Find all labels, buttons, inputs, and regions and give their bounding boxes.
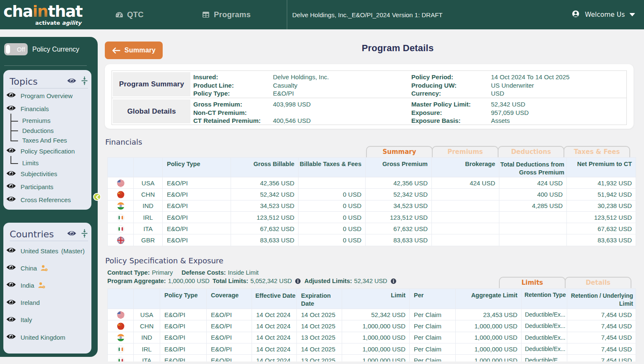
eye-icon[interactable] [6, 281, 16, 289]
eye-icon[interactable] [6, 92, 16, 99]
country-item-ireland[interactable]: Ireland [6, 299, 40, 307]
user-gear-icon [41, 265, 48, 271]
topic-item-program-overview[interactable]: Program Overview [6, 92, 73, 99]
topic-item-deductions[interactable]: Deductions [22, 127, 54, 134]
column-header[interactable]: Limit [342, 289, 410, 309]
field-label: Gross Premium: [193, 100, 273, 109]
nav-item-programs[interactable]: Programs [202, 0, 251, 29]
cell-expiration: 13 Oct 2025 [297, 355, 342, 361]
country-item-united-kingdom[interactable]: United Kingdom [6, 333, 65, 341]
table-row-chn[interactable]: CHN E&O/PI E&O/PI 14 Oct 2024 14 Oct 202… [108, 320, 636, 332]
collapse-all-icon[interactable] [81, 229, 88, 239]
table-row-irl[interactable]: IRL E&O/PI 123,512 USD 0 USD 123,512 USD… [108, 211, 636, 223]
eye-icon[interactable] [6, 333, 16, 341]
column-header[interactable]: Total Deductions from Gross Premium [499, 158, 567, 177]
user-menu[interactable]: Welcome Us [572, 0, 635, 29]
column-header[interactable]: Gross Premium [366, 158, 432, 177]
eye-icon[interactable] [6, 196, 16, 203]
cell-billable-taxes: 0 USD [299, 211, 366, 223]
nav-programs-label: Programs [214, 10, 251, 19]
topic-label: Taxes And Fees [22, 137, 67, 144]
table-row-ind[interactable]: IND E&O/PI E&O/PI 14 Oct 2024 13 Oct 202… [108, 332, 636, 343]
country-item-united-states[interactable]: United States (Master) [6, 247, 85, 255]
topic-item-participants[interactable]: Participants [6, 183, 53, 190]
table-row-irl[interactable]: IRL E&O/PI E&O/PI 14 Oct 2024 14 Oct 202… [108, 343, 636, 354]
field-label: Product Line: [193, 81, 273, 90]
sidebar-divider [4, 65, 87, 66]
country-item-china[interactable]: China [6, 264, 48, 272]
total-limits-label: Total Limits: [213, 278, 248, 284]
column-header[interactable]: Policy Type [163, 158, 231, 177]
defense-costs-label: Defense Costs: [182, 269, 226, 276]
table-row-usa[interactable]: USA E&O/PI E&O/PI 14 Oct 2024 14 Oct 202… [108, 309, 636, 320]
eye-icon[interactable] [6, 170, 16, 178]
sidebar-collapse-button[interactable] [93, 193, 101, 201]
cell-net-premium: 83,633 USD [567, 234, 636, 246]
country-item-india[interactable]: India [6, 281, 45, 289]
column-header[interactable]: Expiration Date [297, 289, 342, 309]
topic-item-subjectivities[interactable]: Subjectivities [6, 170, 57, 178]
topic-item-limits[interactable]: Limits [22, 159, 39, 166]
table-row-usa[interactable]: USA E&O/PI 42,356 USD 42,356 USD 424 USD… [108, 177, 636, 189]
topic-item-premiums[interactable]: Premiums [22, 117, 51, 124]
cell-policy-type: E&O/PI [160, 355, 207, 361]
tab-taxes-fees[interactable]: Taxes & Fees [564, 146, 630, 157]
eye-icon[interactable] [6, 299, 16, 307]
nav-item-qtc[interactable]: QTC [115, 0, 144, 29]
column-header[interactable]: Retention Type [522, 289, 567, 309]
eye-icon[interactable] [6, 316, 16, 324]
table-row-ita[interactable]: ITA E&O/PI E&O/PI 14 Oct 2024 13 Oct 202… [108, 355, 636, 361]
column-header[interactable]: Aggregate Limit [456, 289, 522, 309]
back-to-summary-button[interactable]: Summary [105, 42, 163, 59]
eye-icon[interactable] [6, 247, 16, 255]
topic-item-financials[interactable]: Financials [6, 105, 49, 112]
eye-icon[interactable] [67, 78, 76, 86]
tab-details[interactable]: Details [565, 277, 631, 288]
eye-icon[interactable] [6, 105, 16, 112]
table-row-ita[interactable]: ITA E&O/PI 67,632 USD 0 USD 67,632 USD 6… [108, 223, 636, 234]
table-row-gbr[interactable]: GBR E&O/PI 83,633 USD 0 USD 83,633 USD 8… [108, 234, 636, 246]
column-header[interactable]: Net Premium to CT [567, 158, 636, 177]
flag-china-icon [108, 189, 134, 200]
field-label: Currency: [411, 89, 491, 98]
info-icon[interactable] [295, 278, 301, 284]
cell-gross-premium: 52,342 USD [366, 189, 432, 200]
collapse-all-icon[interactable] [81, 76, 88, 87]
column-header[interactable]: Policy Type [160, 289, 207, 309]
eye-icon[interactable] [6, 147, 16, 155]
tab-summary[interactable]: Summary [366, 146, 433, 157]
topic-item-policy-specification[interactable]: Policy Specification [6, 147, 75, 155]
tab-limits[interactable]: Limits [499, 277, 566, 288]
column-header[interactable]: Coverage [207, 289, 252, 309]
field-label: Master Policy Limit: [411, 100, 491, 109]
cell-policy-type: E&O/PI [160, 332, 207, 343]
limits-tabs: Limits Details [499, 277, 631, 288]
topic-item-taxes-and-fees[interactable]: Taxes And Fees [22, 137, 67, 144]
cell-effective: 14 Oct 2024 [252, 343, 297, 354]
topic-item-cross-references[interactable]: Cross References [6, 196, 71, 203]
table-row-chn[interactable]: CHN E&O/PI 52,342 USD 0 USD 52,342 USD 4… [108, 189, 636, 200]
chainthat-logo[interactable]: chainthat activate agility [3, 3, 81, 26]
policy-currency-toggle[interactable]: Off [4, 43, 28, 55]
sidebar: Off Policy Currency Topics [0, 37, 98, 357]
eye-icon[interactable] [67, 230, 76, 238]
column-header[interactable]: Retention / Underlying Limit [567, 289, 636, 309]
eye-icon[interactable] [6, 183, 16, 190]
country-label: United Kingdom [21, 334, 65, 341]
tab-deductions[interactable]: Deductions [498, 146, 564, 157]
table-row-ind[interactable]: IND E&O/PI 34,523 USD 0 USD 34,523 USD 4… [108, 200, 636, 211]
column-header[interactable]: Gross Billable [231, 158, 299, 177]
country-item-italy[interactable]: Italy [6, 316, 32, 324]
info-icon[interactable] [391, 278, 396, 284]
field-label: Insured: [193, 73, 273, 81]
flag-india-icon [108, 332, 134, 343]
column-header[interactable]: Per [410, 289, 456, 309]
field-value [273, 109, 411, 117]
column-header[interactable]: Billable Taxes & Fees [299, 158, 366, 177]
cell-total-deductions [499, 223, 567, 234]
column-header[interactable]: Brokerage [432, 158, 499, 177]
field-value: USD [491, 89, 626, 98]
tab-premiums[interactable]: Premiums [432, 146, 499, 157]
column-header[interactable]: Effective Date [252, 289, 297, 309]
eye-icon[interactable] [6, 264, 16, 272]
